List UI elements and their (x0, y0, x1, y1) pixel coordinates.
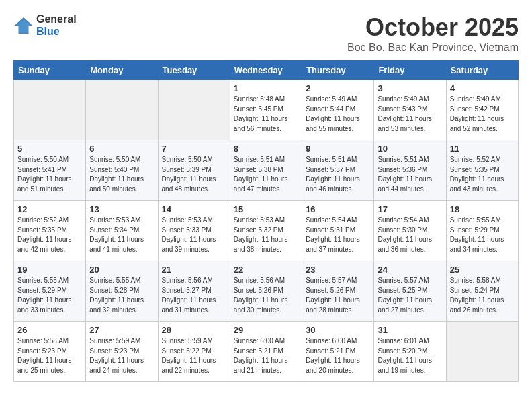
day-info: Sunrise: 5:56 AM Sunset: 5:27 PM Dayligh… (162, 276, 226, 315)
day-info: Sunrise: 5:49 AM Sunset: 5:42 PM Dayligh… (450, 95, 515, 134)
day-info: Sunrise: 5:49 AM Sunset: 5:43 PM Dayligh… (378, 95, 442, 134)
day-number: 14 (162, 204, 226, 214)
day-info: Sunrise: 5:51 AM Sunset: 5:38 PM Dayligh… (234, 155, 298, 194)
calendar-cell: 26Sunrise: 5:58 AM Sunset: 5:23 PM Dayli… (14, 322, 86, 382)
calendar-cell: 19Sunrise: 5:55 AM Sunset: 5:29 PM Dayli… (14, 261, 86, 322)
day-number: 26 (17, 325, 82, 335)
calendar-cell: 14Sunrise: 5:53 AM Sunset: 5:33 PM Dayli… (158, 201, 230, 261)
day-number: 15 (234, 204, 298, 214)
weekday-header: Thursday (302, 61, 374, 80)
day-number: 31 (378, 325, 442, 335)
day-info: Sunrise: 6:00 AM Sunset: 5:21 PM Dayligh… (306, 336, 370, 375)
weekday-header: Tuesday (158, 61, 230, 80)
calendar-cell: 7Sunrise: 5:50 AM Sunset: 5:39 PM Daylig… (158, 140, 230, 201)
calendar-cell: 25Sunrise: 5:58 AM Sunset: 5:24 PM Dayli… (446, 261, 518, 322)
day-info: Sunrise: 5:51 AM Sunset: 5:36 PM Dayligh… (378, 155, 442, 194)
day-number: 1 (234, 83, 298, 93)
calendar-cell: 21Sunrise: 5:56 AM Sunset: 5:27 PM Dayli… (158, 261, 230, 322)
page-header: General Blue October 2025 Boc Bo, Bac Ka… (13, 13, 519, 54)
day-number: 21 (162, 265, 226, 275)
calendar-cell (14, 80, 86, 140)
day-number: 9 (306, 144, 370, 154)
day-info: Sunrise: 5:59 AM Sunset: 5:23 PM Dayligh… (89, 336, 154, 375)
day-number: 30 (306, 325, 370, 335)
day-info: Sunrise: 5:57 AM Sunset: 5:25 PM Dayligh… (378, 276, 442, 315)
calendar-table: SundayMondayTuesdayWednesdayThursdayFrid… (13, 60, 519, 382)
calendar-cell: 9Sunrise: 5:51 AM Sunset: 5:37 PM Daylig… (302, 140, 374, 201)
day-info: Sunrise: 5:52 AM Sunset: 5:35 PM Dayligh… (17, 216, 82, 255)
location-title: Boc Bo, Bac Kan Province, Vietnam (347, 42, 519, 54)
day-number: 10 (378, 144, 442, 154)
day-info: Sunrise: 5:55 AM Sunset: 5:28 PM Dayligh… (89, 276, 154, 315)
calendar-cell: 18Sunrise: 5:55 AM Sunset: 5:29 PM Dayli… (446, 201, 518, 261)
calendar-cell: 10Sunrise: 5:51 AM Sunset: 5:36 PM Dayli… (374, 140, 446, 201)
day-info: Sunrise: 5:54 AM Sunset: 5:30 PM Dayligh… (378, 216, 442, 255)
day-number: 27 (89, 325, 154, 335)
calendar-week-row: 19Sunrise: 5:55 AM Sunset: 5:29 PM Dayli… (14, 261, 519, 322)
calendar-cell: 27Sunrise: 5:59 AM Sunset: 5:23 PM Dayli… (86, 322, 158, 382)
calendar-cell: 5Sunrise: 5:50 AM Sunset: 5:41 PM Daylig… (14, 140, 86, 201)
day-info: Sunrise: 5:58 AM Sunset: 5:23 PM Dayligh… (17, 336, 82, 375)
day-info: Sunrise: 5:54 AM Sunset: 5:31 PM Dayligh… (306, 216, 370, 255)
day-info: Sunrise: 5:57 AM Sunset: 5:26 PM Dayligh… (306, 276, 370, 315)
logo-icon (13, 16, 34, 35)
calendar-cell: 2Sunrise: 5:49 AM Sunset: 5:44 PM Daylig… (302, 80, 374, 140)
calendar-cell: 22Sunrise: 5:56 AM Sunset: 5:26 PM Dayli… (230, 261, 302, 322)
calendar-week-row: 1Sunrise: 5:48 AM Sunset: 5:45 PM Daylig… (14, 80, 519, 140)
calendar-cell (158, 80, 230, 140)
day-number: 24 (378, 265, 442, 275)
logo: General Blue (13, 13, 77, 38)
day-number: 23 (306, 265, 370, 275)
calendar-cell: 28Sunrise: 5:59 AM Sunset: 5:22 PM Dayli… (158, 322, 230, 382)
calendar-cell: 23Sunrise: 5:57 AM Sunset: 5:26 PM Dayli… (302, 261, 374, 322)
calendar-cell: 20Sunrise: 5:55 AM Sunset: 5:28 PM Dayli… (86, 261, 158, 322)
day-number: 13 (89, 204, 154, 214)
calendar-cell: 12Sunrise: 5:52 AM Sunset: 5:35 PM Dayli… (14, 201, 86, 261)
day-number: 7 (162, 144, 226, 154)
day-info: Sunrise: 6:00 AM Sunset: 5:21 PM Dayligh… (234, 336, 298, 375)
calendar-cell: 29Sunrise: 6:00 AM Sunset: 5:21 PM Dayli… (230, 322, 302, 382)
day-info: Sunrise: 5:50 AM Sunset: 5:41 PM Dayligh… (17, 155, 82, 194)
day-info: Sunrise: 5:52 AM Sunset: 5:35 PM Dayligh… (450, 155, 515, 194)
day-number: 19 (17, 265, 82, 275)
day-number: 3 (378, 83, 442, 93)
day-number: 17 (378, 204, 442, 214)
day-info: Sunrise: 5:53 AM Sunset: 5:33 PM Dayligh… (162, 216, 226, 255)
weekday-header: Saturday (446, 61, 518, 80)
calendar-cell: 15Sunrise: 5:53 AM Sunset: 5:32 PM Dayli… (230, 201, 302, 261)
day-info: Sunrise: 5:58 AM Sunset: 5:24 PM Dayligh… (450, 276, 515, 315)
day-info: Sunrise: 5:53 AM Sunset: 5:32 PM Dayligh… (234, 216, 298, 255)
day-info: Sunrise: 5:50 AM Sunset: 5:39 PM Dayligh… (162, 155, 226, 194)
calendar-cell: 24Sunrise: 5:57 AM Sunset: 5:25 PM Dayli… (374, 261, 446, 322)
calendar-week-row: 12Sunrise: 5:52 AM Sunset: 5:35 PM Dayli… (14, 201, 519, 261)
weekday-header: Monday (86, 61, 158, 80)
calendar-cell: 13Sunrise: 5:53 AM Sunset: 5:34 PM Dayli… (86, 201, 158, 261)
calendar-cell: 31Sunrise: 6:01 AM Sunset: 5:20 PM Dayli… (374, 322, 446, 382)
calendar-cell: 4Sunrise: 5:49 AM Sunset: 5:42 PM Daylig… (446, 80, 518, 140)
calendar-week-row: 26Sunrise: 5:58 AM Sunset: 5:23 PM Dayli… (14, 322, 519, 382)
weekday-header: Friday (374, 61, 446, 80)
calendar-cell (86, 80, 158, 140)
day-number: 29 (234, 325, 298, 335)
calendar-cell: 16Sunrise: 5:54 AM Sunset: 5:31 PM Dayli… (302, 201, 374, 261)
calendar-cell: 30Sunrise: 6:00 AM Sunset: 5:21 PM Dayli… (302, 322, 374, 382)
day-number: 2 (306, 83, 370, 93)
day-number: 11 (450, 144, 515, 154)
day-number: 12 (17, 204, 82, 214)
day-info: Sunrise: 5:50 AM Sunset: 5:40 PM Dayligh… (89, 155, 154, 194)
day-number: 22 (234, 265, 298, 275)
day-number: 5 (17, 144, 82, 154)
day-info: Sunrise: 5:51 AM Sunset: 5:37 PM Dayligh… (306, 155, 370, 194)
calendar-cell: 1Sunrise: 5:48 AM Sunset: 5:45 PM Daylig… (230, 80, 302, 140)
day-number: 18 (450, 204, 515, 214)
day-info: Sunrise: 5:59 AM Sunset: 5:22 PM Dayligh… (162, 336, 226, 375)
day-number: 16 (306, 204, 370, 214)
day-info: Sunrise: 5:48 AM Sunset: 5:45 PM Dayligh… (234, 95, 298, 134)
weekday-header-row: SundayMondayTuesdayWednesdayThursdayFrid… (14, 61, 519, 80)
day-info: Sunrise: 5:55 AM Sunset: 5:29 PM Dayligh… (17, 276, 82, 315)
calendar-cell: 8Sunrise: 5:51 AM Sunset: 5:38 PM Daylig… (230, 140, 302, 201)
weekday-header: Wednesday (230, 61, 302, 80)
calendar-week-row: 5Sunrise: 5:50 AM Sunset: 5:41 PM Daylig… (14, 140, 519, 201)
day-number: 28 (162, 325, 226, 335)
day-number: 25 (450, 265, 515, 275)
